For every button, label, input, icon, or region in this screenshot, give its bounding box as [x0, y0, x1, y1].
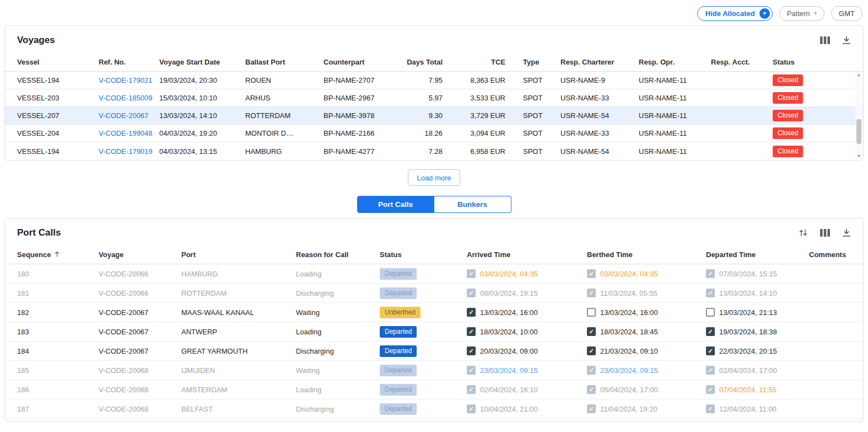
voyage-ref-link[interactable]: V-CODE-179021 — [99, 76, 159, 84]
port-call-row[interactable]: 183V-CODE-20067ANTWERPLoadingDeparted18/… — [5, 322, 863, 342]
col-ballast-port[interactable]: Ballast Port — [245, 58, 324, 66]
port-call-port: AMSTERDAM — [181, 386, 296, 394]
arrived-time-checkbox[interactable] — [467, 385, 476, 394]
voyage-ref-link[interactable]: V-CODE-179019 — [99, 147, 159, 156]
voyage-ref-link[interactable]: V-CODE-20067 — [99, 111, 159, 120]
port-call-berthed-time-cell: 11/03/2024, 05:55 — [587, 289, 706, 297]
scroll-up-icon[interactable]: ▲ — [857, 73, 861, 77]
port-call-row[interactable]: 187V-CODE-20068BELFASTDischargingDeparte… — [5, 399, 863, 419]
voyage-ref-link[interactable]: V-CODE-199048 — [99, 129, 159, 137]
load-more-button[interactable]: Load more — [408, 169, 460, 186]
voyage-row[interactable]: VESSEL-207V-CODE-2006713/03/2024, 14:10R… — [5, 107, 863, 125]
port-call-status-badge: Unberthed — [380, 307, 420, 318]
berthed-time-checkbox[interactable] — [587, 289, 596, 297]
col-voyage[interactable]: Voyage — [99, 250, 181, 259]
col-berthed-time[interactable]: Berthed Time — [587, 250, 706, 259]
gmt-button[interactable]: GMT — [831, 6, 862, 21]
voyage-row[interactable]: VESSEL-204V-CODE-19904804/03/2024, 19:20… — [5, 125, 863, 142]
berthed-time-checkbox[interactable] — [587, 269, 596, 278]
departed-time-value: 07/04/2024, 11:55 — [719, 386, 777, 394]
pattern-button[interactable]: Pattern ▾ — [779, 6, 824, 21]
port-call-row[interactable]: 186V-CODE-20068AMSTERDAMLoadingDeparted0… — [5, 380, 863, 399]
col-status[interactable]: Status — [380, 250, 467, 259]
col-arrived-time[interactable]: Arrived Time — [467, 250, 587, 259]
departed-time-checkbox[interactable] — [706, 385, 715, 394]
arrived-time-checkbox[interactable] — [467, 404, 476, 413]
voyage-vessel: VESSEL-207 — [17, 111, 99, 120]
col-port[interactable]: Port — [181, 250, 296, 259]
arrived-time-checkbox[interactable] — [467, 327, 476, 336]
voyage-ref-link[interactable]: V-CODE-185009 — [99, 94, 159, 102]
voyage-vessel: VESSEL-194 — [17, 76, 99, 84]
port-calls-table-body: 180V-CODE-20066HAMBURGLoadingDeparted03/… — [5, 264, 863, 419]
tab-bunkers[interactable]: Bunkers — [434, 196, 511, 213]
columns-icon[interactable] — [820, 228, 830, 237]
scroll-down-icon[interactable]: ▼ — [857, 154, 861, 158]
port-call-row[interactable]: 180V-CODE-20066HAMBURGLoadingDeparted03/… — [5, 264, 863, 284]
port-call-row[interactable]: 182V-CODE-20067MAAS-WAAL KANAALWaitingUn… — [5, 303, 863, 322]
berthed-time-checkbox[interactable] — [587, 366, 596, 375]
arrived-time-checkbox[interactable] — [467, 308, 476, 317]
voyage-resp-opr: USR-NAME-11 — [639, 94, 711, 102]
port-call-row[interactable]: 184V-CODE-20067GREAT YARMOUTHDischarging… — [5, 342, 863, 361]
berthed-time-value: 13/03/2024, 16:00 — [600, 308, 658, 317]
berthed-time-checkbox[interactable] — [587, 346, 596, 355]
port-call-row[interactable]: 181V-CODE-20066ROTTERDAMDischargingDepar… — [5, 284, 863, 303]
port-call-departed-time-cell: 02/04/2024, 17:00 — [706, 366, 809, 375]
col-type[interactable]: Type — [505, 58, 560, 66]
arrived-time-checkbox[interactable] — [467, 289, 476, 297]
departed-time-checkbox[interactable] — [706, 269, 715, 278]
port-call-sequence: 185 — [17, 366, 99, 375]
col-resp-acct[interactable]: Resp. Acct. — [711, 58, 773, 66]
col-tce[interactable]: TCE — [443, 58, 505, 66]
berthed-time-checkbox[interactable] — [587, 308, 596, 317]
berthed-time-checkbox[interactable] — [587, 404, 596, 413]
berthed-time-checkbox[interactable] — [587, 327, 596, 336]
voyage-row[interactable]: VESSEL-194V-CODE-17902119/03/2024, 20:30… — [5, 72, 863, 89]
voyage-row[interactable]: VESSEL-203V-CODE-18500915/03/2024, 10:10… — [5, 89, 863, 107]
col-counterpart[interactable]: Counterpart — [324, 58, 406, 66]
port-call-arrived-time-cell: 20/03/2024, 09:00 — [467, 346, 587, 355]
col-ref-no[interactable]: Ref. No. — [99, 58, 159, 66]
berthed-time-checkbox[interactable] — [587, 385, 596, 394]
col-resp-opr[interactable]: Resp. Opr. — [639, 58, 711, 66]
port-call-status-badge: Departed — [380, 384, 417, 396]
port-call-status-badge: Departed — [380, 345, 417, 357]
col-departed-time[interactable]: Departed Time — [706, 250, 809, 259]
voyage-row[interactable]: VESSEL-194V-CODE-17901904/03/2024, 13:15… — [5, 142, 863, 160]
col-comments[interactable]: Comments — [809, 250, 851, 259]
port-call-voyage: V-CODE-20068 — [99, 405, 181, 413]
voyages-table-body: VESSEL-194V-CODE-17902119/03/2024, 20:30… — [5, 72, 863, 160]
arrived-time-checkbox[interactable] — [467, 366, 476, 375]
col-days-total[interactable]: Days Total — [406, 58, 443, 66]
departed-time-checkbox[interactable] — [706, 366, 715, 375]
berthed-time-value: 03/03/2024, 04:35 — [600, 270, 658, 278]
col-resp-charterer[interactable]: Resp. Charterer — [560, 58, 639, 66]
departed-time-checkbox[interactable] — [706, 404, 715, 413]
port-call-status-badge: Departed — [380, 287, 417, 299]
sort-icon[interactable] — [799, 228, 808, 237]
departed-time-checkbox[interactable] — [706, 346, 715, 355]
port-call-departed-time-cell: 07/04/2024, 11:55 — [706, 385, 809, 394]
departed-time-checkbox[interactable] — [706, 308, 715, 317]
port-call-row[interactable]: 185V-CODE-20068IJMUIDENWaitingDeparted23… — [5, 361, 863, 380]
col-voyage-start-date[interactable]: Voyage Start Date — [159, 58, 245, 66]
departed-time-checkbox[interactable] — [706, 289, 715, 297]
tab-port-calls[interactable]: Port Calls — [357, 196, 434, 213]
columns-icon[interactable] — [820, 36, 830, 45]
col-status[interactable]: Status — [773, 58, 851, 66]
col-vessel[interactable]: Vessel — [17, 58, 99, 66]
col-sequence[interactable]: Sequence — [17, 250, 99, 259]
arrived-time-checkbox[interactable] — [467, 269, 476, 278]
col-reason-for-call[interactable]: Reason for Call — [296, 250, 380, 259]
hide-allocated-button[interactable]: Hide Allocated ▾ — [697, 6, 773, 21]
download-icon[interactable] — [842, 36, 851, 45]
port-call-departed-time-cell: 07/03/2024, 15:15 — [706, 269, 809, 278]
voyages-vertical-scrollbar[interactable]: ▲ ▼ — [855, 72, 862, 159]
scrollbar-thumb[interactable] — [856, 119, 861, 143]
download-icon[interactable] — [842, 228, 851, 237]
arrived-time-checkbox[interactable] — [467, 346, 476, 355]
port-call-status-cell: Departed — [380, 268, 467, 280]
departed-time-checkbox[interactable] — [706, 327, 715, 336]
scrollbar-track[interactable] — [855, 77, 862, 153]
